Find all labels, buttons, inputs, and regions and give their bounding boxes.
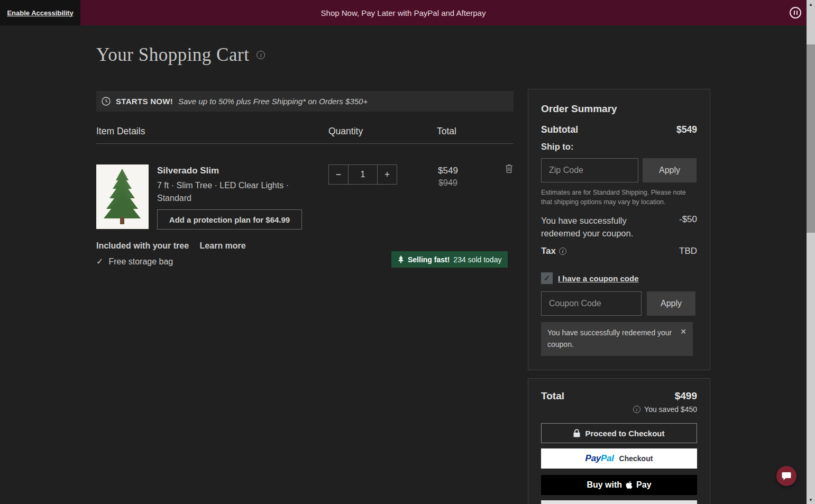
order-summary-title: Order Summary	[541, 103, 697, 115]
coupon-apply-button[interactable]: Apply	[647, 291, 695, 316]
coupon-discount-row: You have successfully redeemed your coup…	[541, 214, 697, 240]
current-price: $549	[431, 166, 465, 176]
total-label: Total	[541, 390, 564, 402]
cart-table-header: Item Details Quantity Total	[96, 122, 514, 144]
coupon-checkbox-label[interactable]: I have a coupon code	[558, 274, 639, 283]
pause-icon	[796, 11, 798, 15]
scroll-up-arrow[interactable]: ▲	[807, 0, 815, 8]
apple-pay-button[interactable]: Buy with Pay	[541, 475, 697, 495]
product-image[interactable]	[96, 164, 149, 229]
accessibility-block: Enable Accessibility	[0, 0, 80, 25]
quantity-decrease-button[interactable]: −	[328, 164, 349, 185]
savings-info-icon[interactable]: i	[633, 406, 640, 413]
coupon-row: Apply	[541, 291, 697, 316]
scrollbar-thumb[interactable]	[807, 44, 815, 233]
total-row: Total $499	[541, 390, 697, 402]
zip-row: Apply	[541, 158, 697, 182]
coupon-success-toast: You have successfully redeemed your coup…	[541, 322, 693, 355]
page-title: Your Shopping Cart	[96, 44, 249, 66]
line-total: $549 $949	[431, 166, 465, 188]
pause-animation-button[interactable]	[790, 7, 801, 19]
original-price: $949	[431, 178, 465, 188]
tax-row: Tax i TBD	[541, 246, 697, 256]
coupon-discount-value: -$50	[679, 214, 697, 225]
sold-today-label: 234 sold today	[453, 255, 501, 264]
close-icon[interactable]: ✕	[680, 327, 686, 350]
remove-item-button[interactable]	[504, 164, 514, 175]
learn-more-link[interactable]: Learn more	[200, 241, 246, 250]
subtotal-row: Subtotal $549	[541, 124, 697, 135]
item-details-header: Item Details	[96, 126, 145, 137]
coupon-redeemed-text: You have successfully redeemed your coup…	[541, 214, 649, 240]
tax-value: TBD	[679, 246, 697, 256]
promo-lead: STARTS NOW!	[116, 97, 173, 106]
tax-label: Tax	[541, 246, 556, 256]
included-item-row: ✓ Free storage bag	[96, 256, 173, 267]
add-protection-plan-button[interactable]: Add a protection plan for $64.99	[157, 209, 302, 230]
christmas-tree-image	[96, 164, 149, 229]
zip-apply-button[interactable]: Apply	[643, 158, 697, 182]
selling-fast-label: Selling fast!	[408, 255, 450, 264]
subtotal-label: Subtotal	[541, 124, 578, 135]
page-scrollbar[interactable]: ▲ ▼	[807, 0, 815, 504]
included-item-label: Free storage bag	[108, 257, 173, 267]
enable-accessibility-link[interactable]: Enable Accessibility	[7, 9, 73, 17]
apple-pay-label: Pay	[636, 480, 651, 490]
cart-table: Item Details Quantity Total Silverado Sl…	[96, 122, 514, 407]
paypal-logo-pal: Pal	[601, 453, 614, 463]
product-specs: 7 ft · Slim Tree · LED Clear Lights · St…	[157, 179, 290, 205]
buy-with-label: Buy with	[587, 480, 622, 490]
lock-icon	[573, 429, 580, 437]
total-header: Total	[437, 126, 456, 137]
chat-icon	[782, 472, 791, 481]
coupon-success-message: You have successfully redeemed your coup…	[547, 327, 676, 350]
trash-icon	[505, 164, 513, 173]
paypal-logo-pay: Pay	[585, 453, 601, 463]
included-label: Included with your tree	[96, 241, 189, 250]
paypal-checkout-label: Checkout	[619, 454, 653, 463]
partial-payment-button[interactable]	[541, 500, 697, 504]
page-title-row: Your Shopping Cart i	[96, 44, 265, 66]
ship-to-label: Ship to:	[541, 142, 697, 152]
apple-logo-icon	[626, 481, 633, 489]
cart-info-icon[interactable]: i	[257, 51, 265, 59]
clock-icon	[102, 97, 111, 106]
you-saved-row: i You saved $450	[541, 405, 697, 414]
quantity-input[interactable]	[348, 164, 378, 185]
checkout-label: Proceed to Checkout	[585, 429, 664, 438]
promo-banner: STARTS NOW! Save up to 50% plus Free Shi…	[96, 91, 514, 112]
total-value: $499	[675, 390, 697, 402]
check-icon: ✓	[96, 256, 103, 267]
chat-widget-button[interactable]	[776, 466, 796, 486]
tax-info-icon[interactable]: i	[559, 248, 566, 255]
coupon-code-input[interactable]	[541, 291, 642, 316]
coupon-checkbox[interactable]: ✓	[541, 272, 553, 284]
paypal-checkout-button[interactable]: PayPal Checkout	[541, 448, 697, 469]
scroll-down-arrow[interactable]: ▼	[807, 496, 815, 504]
quantity-header: Quantity	[328, 126, 363, 137]
proceed-to-checkout-button[interactable]: Proceed to Checkout	[541, 423, 697, 443]
shipping-note: Estimates are for Standard Shipping. Ple…	[541, 188, 697, 207]
top-banner: Shop Now, Pay Later with PayPal and Afte…	[0, 0, 807, 25]
order-summary-panel: Order Summary Subtotal $549 Ship to: App…	[528, 89, 710, 370]
you-saved-label: You saved $450	[644, 405, 697, 414]
pause-icon	[794, 11, 795, 15]
zip-code-input[interactable]	[541, 158, 638, 182]
pine-tree-icon	[398, 255, 404, 263]
paypal-logo: PayPal	[585, 453, 614, 464]
coupon-checkbox-row: ✓ I have a coupon code	[541, 272, 697, 284]
selling-fast-badge: Selling fast! 234 sold today	[391, 251, 508, 268]
quantity-increase-button[interactable]: +	[377, 164, 397, 185]
banner-message: Shop Now, Pay Later with PayPal and Afte…	[0, 0, 807, 25]
included-row: Included with your tree Learn more	[96, 241, 246, 251]
subtotal-value: $549	[676, 124, 697, 135]
product-name-link[interactable]: Silverado Slim	[157, 166, 290, 176]
promo-detail: Save up to 50% plus Free Shipping* on Or…	[178, 97, 368, 106]
quantity-stepper: − +	[328, 164, 397, 185]
totals-panel: Total $499 i You saved $450 Proceed to C…	[528, 378, 710, 504]
item-info: Silverado Slim 7 ft · Slim Tree · LED Cl…	[157, 166, 290, 205]
